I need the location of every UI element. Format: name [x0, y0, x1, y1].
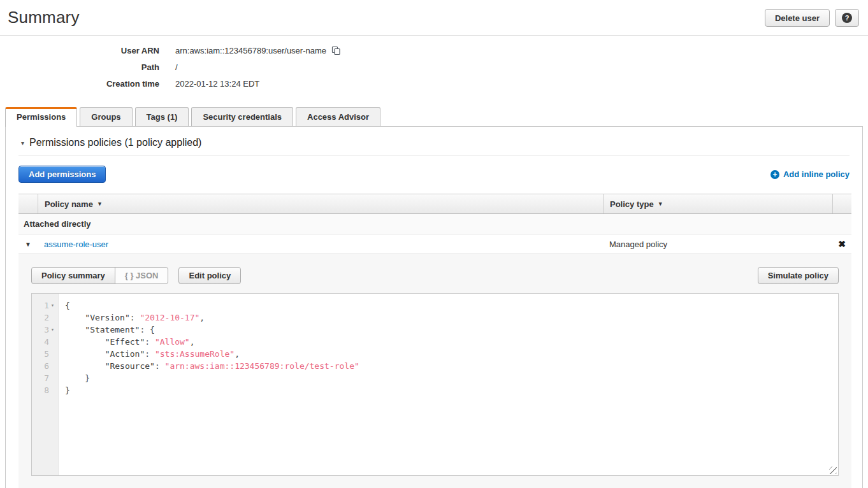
gutter-line-number: 5: [32, 348, 58, 360]
attached-directly-group-row: Attached directly: [18, 214, 851, 234]
tab-security-credentials[interactable]: Security credentials: [191, 107, 293, 126]
policy-detail-actions: Policy summary { } JSON Edit policy Simu…: [31, 267, 839, 284]
fold-caret-icon[interactable]: ▾: [49, 324, 56, 336]
page-title: Summary: [8, 8, 80, 27]
fold-caret-icon[interactable]: ▾: [49, 299, 56, 312]
plus-circle-icon: +: [770, 170, 779, 179]
user-arn-value: arn:aws:iam::123456789:user/user-name: [175, 46, 326, 55]
gutter-line-number: 2: [32, 312, 58, 324]
gutter-line-number: 7: [32, 372, 58, 384]
tab-bar: Permissions Groups Tags (1) Security cre…: [0, 98, 868, 126]
section-collapse-caret-icon: ▾: [21, 140, 24, 147]
add-inline-policy-link[interactable]: + Add inline policy: [770, 169, 850, 179]
code-line: "Statement": {: [65, 324, 838, 336]
editor-resize-handle-icon[interactable]: [829, 466, 837, 474]
page-header: Summary Delete user ?: [0, 0, 868, 36]
policy-type-column-header[interactable]: Policy type ▼: [603, 194, 832, 213]
gutter-line-number: 8: [32, 384, 58, 396]
edit-policy-button[interactable]: Edit policy: [178, 267, 241, 284]
permissions-tab-panel: ▾ Permissions policies (1 policy applied…: [5, 126, 863, 488]
creation-time-label: Creation time: [0, 79, 159, 89]
code-line: }: [65, 372, 838, 384]
header-actions: Delete user ?: [765, 8, 859, 27]
sort-caret-icon: ▼: [97, 201, 103, 207]
user-arn-row: User ARN arn:aws:iam::123456789:user/use…: [0, 46, 868, 55]
path-value: /: [175, 62, 178, 72]
policy-table-row: ▼ assume-role-user Managed policy ✖: [18, 234, 851, 254]
gutter-line-number[interactable]: 3▾: [32, 324, 58, 336]
sort-caret-icon: ▼: [658, 201, 663, 207]
code-line: {: [65, 299, 838, 312]
creation-time-row: Creation time 2022-01-12 13:24 EDT: [0, 79, 868, 89]
code-line: "Version": "2012-10-17",: [65, 312, 838, 324]
code-line: "Effect": "Allow",: [65, 336, 838, 348]
permissions-policies-section-toggle[interactable]: ▾ Permissions policies (1 policy applied…: [18, 137, 850, 148]
json-editor-gutter: 1▾23▾45678: [32, 294, 59, 475]
path-label: Path: [0, 62, 159, 72]
policy-name-link[interactable]: assume-role-user: [44, 240, 108, 249]
add-permissions-button[interactable]: Add permissions: [18, 166, 106, 183]
tab-tags[interactable]: Tags (1): [135, 107, 189, 126]
user-info-section: User ARN arn:aws:iam::123456789:user/use…: [0, 36, 868, 98]
expand-column-header: [18, 194, 38, 213]
policies-table: Policy name ▼ Policy type ▼ Attached dir…: [18, 194, 851, 488]
gutter-line-number: 6: [32, 360, 58, 372]
delete-user-button[interactable]: Delete user: [765, 9, 830, 27]
json-editor-lines[interactable]: { "Version": "2012-10-17", "Statement": …: [59, 294, 838, 475]
path-row: Path /: [0, 62, 868, 72]
policy-summary-button[interactable]: Policy summary: [31, 267, 115, 284]
detach-policy-x-icon[interactable]: ✖: [838, 239, 846, 249]
code-line: "Resource": "arn:aws:iam::123456789:role…: [65, 360, 838, 372]
row-expand-caret-icon[interactable]: ▼: [18, 241, 38, 248]
gutter-line-number[interactable]: 1▾: [32, 299, 58, 312]
policy-type-cell: Managed policy: [603, 240, 832, 249]
policies-table-header: Policy name ▼ Policy type ▼: [18, 194, 851, 214]
policy-detail-panel: Policy summary { } JSON Edit policy Simu…: [18, 254, 851, 488]
policy-name-column-header[interactable]: Policy name ▼: [38, 194, 603, 213]
user-arn-label: User ARN: [0, 46, 159, 55]
actions-column-header: [832, 194, 851, 213]
simulate-policy-button[interactable]: Simulate policy: [758, 267, 839, 284]
gutter-line-number: 4: [32, 336, 58, 348]
tab-permissions[interactable]: Permissions: [5, 107, 77, 127]
section-title: Permissions policies (1 policy applied): [29, 137, 201, 148]
code-line: "Action": "sts:AssumeRole",: [65, 348, 838, 360]
tab-access-advisor[interactable]: Access Advisor: [296, 107, 380, 126]
json-view-button[interactable]: { } JSON: [115, 267, 169, 284]
help-icon: ?: [842, 13, 852, 23]
copy-icon[interactable]: [331, 46, 341, 55]
help-button[interactable]: ?: [835, 9, 859, 27]
code-line: }: [65, 384, 838, 396]
policy-actions-row: Add permissions + Add inline policy: [18, 166, 850, 183]
creation-time-value: 2022-01-12 13:24 EDT: [175, 79, 259, 89]
json-policy-editor[interactable]: 1▾23▾45678 { "Version": "2012-10-17", "S…: [31, 293, 839, 476]
tab-groups[interactable]: Groups: [80, 107, 132, 126]
section-divider: [18, 155, 850, 155]
